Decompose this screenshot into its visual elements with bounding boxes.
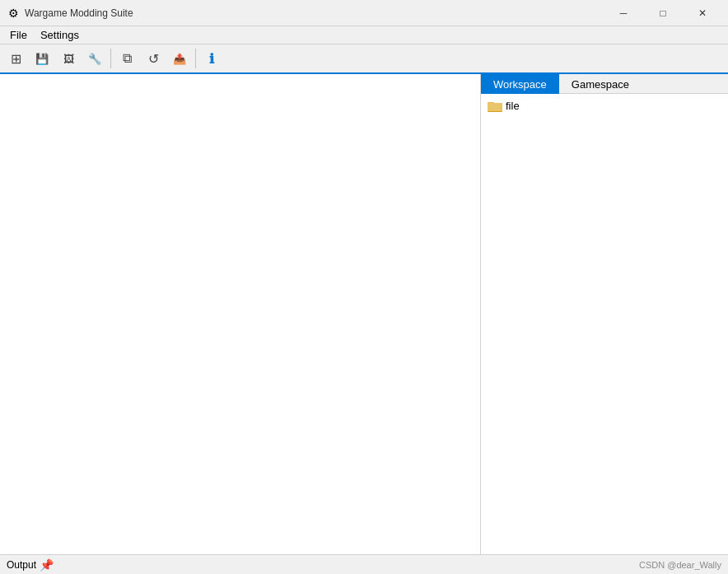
tab-gamespace[interactable]: Gamespace: [559, 74, 642, 94]
pin-icon[interactable]: 📌: [40, 558, 54, 572]
menu-bar: File Settings: [0, 26, 728, 44]
image-button[interactable]: [56, 47, 81, 70]
disk-icon: [35, 51, 49, 66]
app-icon: ⚙: [7, 7, 20, 20]
status-bar: Output 📌 CSDN @dear_Wally: [0, 554, 728, 574]
toolbar-separator-1: [110, 49, 111, 68]
info-icon: [209, 51, 214, 67]
list-item[interactable]: file: [484, 97, 725, 114]
title-bar: ⚙ Wargame Modding Suite ─ □ ✕: [0, 0, 728, 26]
image-icon: [63, 51, 74, 66]
info-button[interactable]: [199, 47, 224, 70]
menu-settings[interactable]: Settings: [34, 27, 86, 43]
grid-icon: [11, 51, 21, 67]
grid-button[interactable]: [3, 47, 28, 70]
toolbar-separator-2: [195, 49, 196, 68]
wrench-button[interactable]: [82, 47, 107, 70]
right-panel: Workspace Gamespace file: [481, 74, 728, 554]
svg-rect-2: [488, 103, 502, 111]
close-button[interactable]: ✕: [684, 0, 721, 26]
tabs: Workspace Gamespace: [481, 74, 728, 94]
undo-icon: [148, 51, 159, 67]
export-icon: [173, 51, 186, 66]
folder-icon: [488, 99, 502, 112]
output-label: Output: [7, 559, 36, 571]
minimize-button[interactable]: ─: [604, 0, 642, 26]
save-button[interactable]: [30, 47, 54, 70]
output-section: Output 📌: [7, 558, 54, 572]
copy-icon: [123, 51, 132, 66]
tab-workspace[interactable]: Workspace: [481, 74, 559, 94]
menu-file[interactable]: File: [3, 27, 34, 43]
tree-item-label: file: [506, 100, 520, 112]
window-controls: ─ □ ✕: [604, 0, 721, 26]
tree-area: file: [481, 94, 728, 554]
wrench-icon: [88, 51, 101, 66]
undo-button[interactable]: [141, 47, 166, 70]
app-title: Wargame Modding Suite: [25, 7, 604, 19]
toolbar: [0, 44, 728, 74]
export-button[interactable]: [167, 47, 192, 70]
maximize-button[interactable]: □: [644, 0, 682, 26]
main-area: Workspace Gamespace file: [0, 74, 728, 554]
copy-button[interactable]: [114, 47, 139, 70]
watermark: CSDN @dear_Wally: [639, 560, 721, 570]
editor-area: [0, 74, 481, 554]
